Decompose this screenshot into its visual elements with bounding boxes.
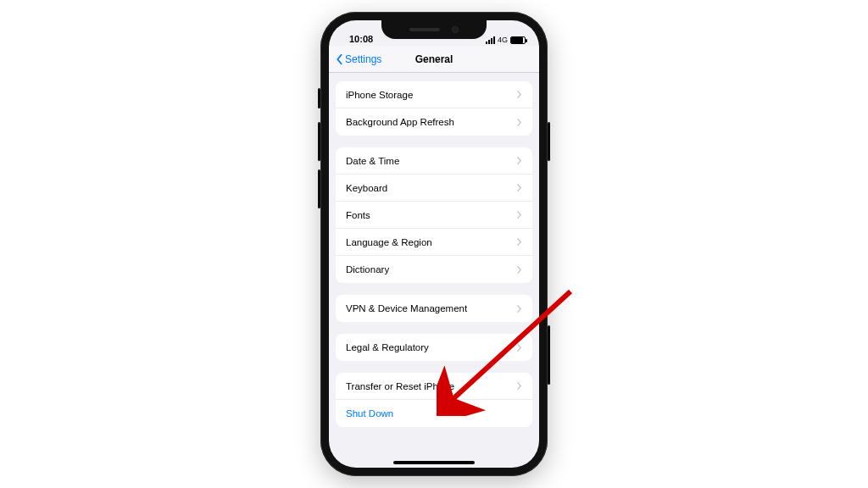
row-label: iPhone Storage xyxy=(346,90,413,100)
row-label: VPN & Device Management xyxy=(346,303,467,313)
group-storage: iPhone Storage Background App Refresh xyxy=(336,81,532,136)
back-button[interactable]: Settings xyxy=(334,53,415,65)
row-label: Language & Region xyxy=(346,237,432,247)
row-transfer-or-reset[interactable]: Transfer or Reset iPhone xyxy=(336,373,532,400)
nav-bar: Settings General xyxy=(329,46,539,73)
signal-icon xyxy=(486,36,495,44)
chevron-right-icon xyxy=(516,343,522,352)
row-iphone-storage[interactable]: iPhone Storage xyxy=(336,81,532,108)
row-background-app-refresh[interactable]: Background App Refresh xyxy=(336,108,532,136)
chevron-right-icon xyxy=(516,237,522,247)
row-label: Background App Refresh xyxy=(346,117,454,127)
group-legal: Legal & Regulatory xyxy=(336,334,532,361)
row-label: Shut Down xyxy=(346,408,393,419)
row-date-time[interactable]: Date & Time xyxy=(336,147,532,175)
phone-frame: 10:08 4G Settings General iPhone Storage xyxy=(320,12,548,476)
chevron-right-icon xyxy=(516,210,522,219)
chevron-right-icon xyxy=(516,118,522,127)
row-label: Dictionary xyxy=(346,264,389,274)
row-legal-regulatory[interactable]: Legal & Regulatory xyxy=(336,334,532,361)
notch xyxy=(381,20,487,39)
chevron-right-icon xyxy=(516,304,522,313)
row-keyboard[interactable]: Keyboard xyxy=(336,175,532,202)
status-indicators: 4G xyxy=(486,36,531,44)
chevron-right-icon xyxy=(516,381,522,391)
group-reset: Transfer or Reset iPhone Shut Down xyxy=(336,373,532,427)
row-dictionary[interactable]: Dictionary xyxy=(336,256,532,283)
row-label: Fonts xyxy=(346,210,370,220)
group-vpn: VPN & Device Management xyxy=(336,295,532,322)
chevron-right-icon xyxy=(516,156,522,165)
group-system: Date & Time Keyboard Fonts Language & Re… xyxy=(336,147,532,283)
row-label: Legal & Regulatory xyxy=(346,342,429,352)
screen: 10:08 4G Settings General iPhone Storage xyxy=(329,20,539,468)
settings-list[interactable]: iPhone Storage Background App Refresh Da… xyxy=(329,73,539,468)
network-label: 4G xyxy=(498,36,508,44)
row-label: Keyboard xyxy=(346,183,387,193)
status-time: 10:08 xyxy=(337,34,373,44)
back-label: Settings xyxy=(345,53,381,65)
row-label: Transfer or Reset iPhone xyxy=(346,381,454,391)
chevron-right-icon xyxy=(516,183,522,192)
row-vpn-device-management[interactable]: VPN & Device Management xyxy=(336,295,532,322)
page-title: General xyxy=(415,53,453,65)
row-label: Date & Time xyxy=(346,156,399,166)
chevron-left-icon xyxy=(334,53,344,65)
row-language-region[interactable]: Language & Region xyxy=(336,229,532,256)
chevron-right-icon xyxy=(516,90,522,99)
row-shut-down[interactable]: Shut Down xyxy=(336,400,532,427)
row-fonts[interactable]: Fonts xyxy=(336,202,532,229)
battery-icon xyxy=(510,36,526,44)
chevron-right-icon xyxy=(516,265,522,274)
home-indicator[interactable] xyxy=(393,461,475,464)
